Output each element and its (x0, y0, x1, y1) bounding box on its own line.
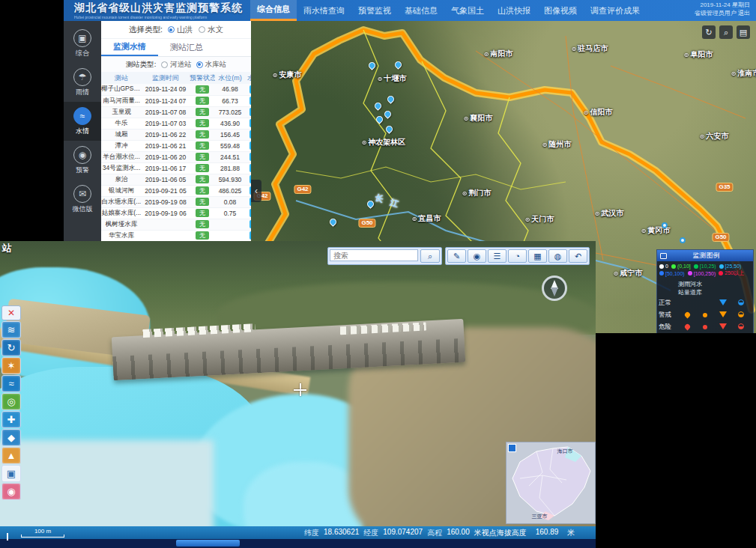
monitor-point-marker[interactable] (662, 222, 668, 228)
status-badge: 无 (196, 164, 209, 172)
typhoon-tool[interactable]: ✶ (1, 357, 21, 374)
city-name: 随州市 (548, 139, 571, 150)
status-cell: 无 (190, 162, 215, 174)
status-cell: 无 (190, 230, 215, 241)
table-row[interactable]: 银城河闸 2019-09-21 05 无 486.025 = (101, 185, 251, 196)
type-radio[interactable]: 水文 (199, 25, 223, 35)
sidebar-item-overview[interactable]: ▣ 综合 (64, 24, 101, 63)
table-row[interactable]: 华宝水库 无 = (101, 230, 251, 241)
city-marker-icon: ⊙ (700, 133, 705, 140)
minimap-toggle-icon[interactable] (508, 444, 516, 452)
table-header-cell[interactable]: 监测时间 (142, 72, 190, 84)
table-header-cell[interactable]: 水势 (245, 72, 251, 84)
status-cell: 无 (190, 140, 215, 151)
table-header-cell[interactable]: 预警状态 (190, 72, 215, 84)
viewer-button-draw-plot[interactable]: ✎ (447, 249, 466, 263)
water-level-cell: 559.48 (215, 140, 245, 151)
reservoir-symbol-icon (732, 311, 750, 320)
station-name-cell[interactable]: 南马河雨量... (101, 95, 142, 106)
station-name-cell[interactable]: 羊台潮水位... (101, 151, 142, 162)
trend-cell: = (245, 174, 251, 185)
tab-monitor-water[interactable]: 监测水情 (101, 39, 158, 56)
viewer-button-chart[interactable]: ▦ (528, 249, 547, 263)
nav-item-overview[interactable]: 综合信息 (250, 0, 297, 21)
station-name-cell[interactable]: 白水塘水库(... (101, 196, 142, 207)
sidebar-item-wechat[interactable]: ✉ 微信版 (64, 180, 101, 219)
station-name-cell[interactable]: 34号监测水... (101, 162, 142, 174)
nav-item-rain-water-query[interactable]: 雨水情查询 (297, 0, 351, 21)
station-name-cell[interactable]: 潭冲 (101, 140, 142, 151)
type-radio[interactable]: 山洪 (168, 25, 193, 35)
legend-title: 监测图例 (670, 251, 753, 261)
table-row[interactable]: 羊台潮水位... 2019-11-06 20 无 244.51 = (101, 151, 251, 162)
station-type-radio[interactable]: 河道站 (161, 60, 192, 70)
viewer-button-list[interactable]: ☰ (488, 249, 506, 263)
map-control-layers[interactable]: ▤ (737, 25, 750, 39)
search-input[interactable] (330, 249, 418, 261)
swipe-tool[interactable]: ≋ (1, 321, 21, 338)
nav-item-meteorology-land[interactable]: 气象国土 (444, 0, 491, 21)
marker-tool[interactable]: ◉ (1, 483, 21, 500)
nav-item-basic-info[interactable]: 基础信息 (398, 0, 444, 21)
nav-item-warning-monitor[interactable]: 预警监视 (351, 0, 398, 21)
nav-item-survey-results[interactable]: 调查评价成果 (584, 0, 647, 21)
nav-item-image-video[interactable]: 图像视频 (537, 0, 584, 21)
nav-item-flood-bulletin[interactable]: 山洪快报 (491, 0, 537, 21)
viewer-button-undo[interactable]: ↶ (569, 249, 587, 263)
table-header-cell[interactable]: 水位(m) (215, 72, 245, 84)
sidebar-item-rainfall[interactable]: ☂ 雨情 (64, 63, 101, 102)
table-row[interactable]: 34号监测水... 2019-11-06 17 无 281.88 = (101, 162, 251, 174)
frame-tool[interactable]: ▣ (1, 465, 21, 482)
table-row[interactable]: 玉皇观 2019-11-07 08 无 773.025 = (101, 106, 251, 118)
compass-control[interactable] (542, 275, 567, 301)
monitor-point-marker[interactable] (680, 237, 686, 243)
user-text[interactable]: 省级管理员用户 退出 (695, 10, 750, 18)
panel-collapse-button[interactable]: ‹ (251, 180, 261, 202)
radio-icon (168, 26, 175, 33)
station-name-cell[interactable]: 银城河闸 (101, 185, 142, 196)
taskbar-active-item[interactable] (176, 540, 240, 547)
legend-matrix-header: 测站雨量河道水库 (657, 278, 753, 297)
table-row[interactable]: 泉治 2019-11-06 05 无 594.930 = (101, 174, 251, 185)
city-marker-icon: ⊙ (525, 216, 530, 223)
scale-ruler (21, 535, 64, 538)
locate-tool[interactable]: ◎ (1, 393, 21, 410)
station-name-cell[interactable]: 华宝水库 (101, 230, 142, 241)
station-name-cell[interactable]: 泉治 (101, 174, 142, 185)
table-row[interactable]: 白水塘水库(... 2019-09-19 08 无 0.08 = (101, 196, 251, 207)
tab-station-summary[interactable]: 测站汇总 (158, 39, 215, 56)
table-row[interactable]: 潭冲 2019-11-06 21 无 559.48 = (101, 140, 251, 151)
table-header-cell[interactable]: 测站 (101, 72, 142, 84)
table-row[interactable]: 椰子山GPS站... 2019-11-24 09 无 46.98 = 46.99 (101, 84, 251, 95)
search-icon[interactable]: ⌕ (420, 249, 440, 263)
viewer-button-globe[interactable]: ◍ (548, 249, 567, 263)
station-name-cell[interactable]: 玉皇观 (101, 106, 142, 118)
station-name-cell[interactable]: 牛乐 (101, 118, 142, 129)
station-name-cell[interactable]: 姑娘寨水库(... (101, 207, 142, 219)
rotate-tool[interactable]: ↻ (1, 339, 21, 356)
station-name-cell[interactable]: 椰子山GPS站... (101, 84, 142, 95)
station-name-cell[interactable]: 枫树垭水库 (101, 219, 142, 230)
table-row[interactable]: 枫树垭水库 无 = (101, 219, 251, 230)
flood-analysis-tool[interactable]: ✚ (1, 411, 21, 428)
station-name-cell[interactable]: 城厢 (101, 129, 142, 140)
ripple-tool[interactable]: ≈ (1, 375, 21, 392)
table-row[interactable]: 姑娘寨水库(... 2019-09-19 06 无 0.75 = (101, 207, 251, 219)
overview-minimap[interactable]: 海口市三亚市 (506, 442, 596, 524)
water-level-cell: 281.88 (215, 162, 245, 174)
legend-window-icon[interactable] (660, 253, 667, 259)
table-row[interactable]: 城厢 2019-11-06 22 无 156.45 = (101, 129, 251, 140)
close-icon[interactable]: ✕ (1, 305, 21, 320)
table-row[interactable]: 南马河雨量... 2019-11-24 07 无 66.73 = (101, 95, 251, 106)
viewer-button-camera[interactable]: ◉ (468, 249, 486, 263)
city-label: ⊙ 随州市 (542, 139, 572, 150)
sidebar-item-water[interactable]: ≈ 水情 (64, 102, 101, 141)
viewer-button-view[interactable]: ◔ (508, 249, 527, 263)
map-control-refresh[interactable]: ↻ (702, 25, 716, 39)
sidebar-item-warning[interactable]: ◉ 预警 (64, 141, 101, 180)
polygon-tool[interactable]: ◆ (1, 429, 21, 446)
station-type-radio[interactable]: 水库站 (196, 60, 227, 70)
terrain-tool[interactable]: ▲ (1, 447, 21, 464)
table-row[interactable]: 牛乐 2019-11-07 03 无 436.90 = (101, 118, 251, 129)
map-control-search[interactable]: ⌕ (719, 25, 733, 39)
